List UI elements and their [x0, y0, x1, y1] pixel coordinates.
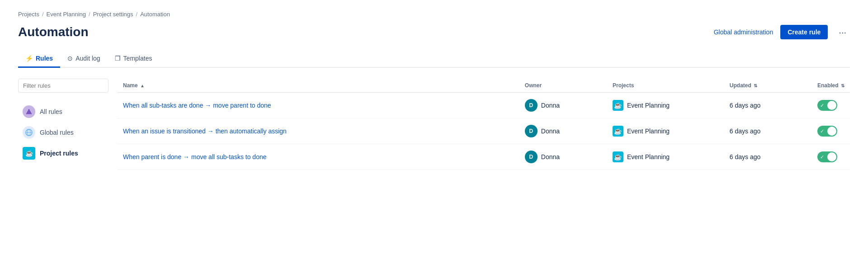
sidebar-all-rules-label: All rules — [40, 108, 62, 115]
toggle-check-icon-0: ✓ — [820, 103, 824, 109]
sidebar-item-project-rules[interactable]: ☕ Project rules — [18, 143, 108, 163]
cell-projects-1: ☕ Event Planning — [607, 118, 724, 144]
rule-name-link-2[interactable]: When parent is done → move all sub-tasks… — [123, 153, 267, 161]
cell-enabled-1: ✓ — [812, 118, 850, 144]
breadcrumb-sep-2: / — [89, 11, 90, 18]
updated-sort-icon: ⇅ — [754, 83, 757, 88]
project-name-1: Event Planning — [627, 128, 670, 135]
owner-name-2: Donna — [541, 153, 560, 161]
more-options-icon: ··· — [839, 27, 846, 38]
sidebar-global-rules-label: Global rules — [40, 129, 74, 136]
all-rules-icon — [23, 105, 35, 118]
templates-icon: ❐ — [115, 55, 121, 62]
cell-projects-0: ☕ Event Planning — [607, 93, 724, 118]
filter-input-wrapper — [18, 79, 108, 93]
table-row: When an issue is transitioned → then aut… — [118, 118, 850, 144]
create-rule-button[interactable]: Create rule — [780, 25, 828, 39]
breadcrumb-automation: Automation — [140, 11, 170, 18]
sidebar-project-rules-label: Project rules — [40, 150, 78, 157]
rules-table: Name ▲ Owner Projects Updated ⇅ — [118, 79, 850, 170]
project-name-2: Event Planning — [627, 153, 670, 161]
cell-projects-2: ☕ Event Planning — [607, 144, 724, 170]
project-name-0: Event Planning — [627, 102, 670, 109]
more-options-button[interactable]: ··· — [835, 25, 850, 39]
toggle-knob-1 — [827, 127, 836, 136]
owner-avatar-1: D — [525, 125, 538, 137]
cell-owner-1: D Donna — [519, 118, 607, 144]
project-icon-0: ☕ — [613, 100, 623, 111]
table-row: When parent is done → move all sub-tasks… — [118, 144, 850, 170]
header-actions: Global administration Create rule ··· — [714, 25, 850, 39]
table-row: When all sub-tasks are done → move paren… — [118, 93, 850, 118]
table-area: Name ▲ Owner Projects Updated ⇅ — [118, 79, 850, 170]
toggle-knob-2 — [827, 152, 836, 161]
owner-avatar-2: D — [525, 151, 538, 163]
breadcrumb-event-planning[interactable]: Event Planning — [47, 11, 86, 18]
breadcrumb-sep-3: / — [136, 11, 138, 18]
global-administration-link[interactable]: Global administration — [714, 28, 774, 36]
tab-templates[interactable]: ❐ Templates — [108, 50, 160, 68]
project-icon-1: ☕ — [613, 126, 623, 137]
cell-rule-name-1: When an issue is transitioned → then aut… — [118, 118, 519, 144]
toggle-enabled-0[interactable]: ✓ — [817, 100, 837, 111]
tab-audit-log[interactable]: ⊙ Audit log — [60, 50, 107, 68]
cell-enabled-0: ✓ — [812, 93, 850, 118]
rule-name-link-0[interactable]: When all sub-tasks are done → move paren… — [123, 102, 271, 109]
cell-enabled-2: ✓ — [812, 144, 850, 170]
page-container: Projects / Event Planning / Project sett… — [0, 0, 868, 181]
col-header-enabled[interactable]: Enabled ⇅ — [812, 79, 850, 93]
global-rules-icon — [23, 126, 35, 139]
tabs-row: ⚡ Rules ⊙ Audit log ❐ Templates — [18, 50, 850, 68]
owner-avatar-0: D — [525, 99, 538, 112]
owner-name-0: Donna — [541, 102, 560, 109]
toggle-check-icon-1: ✓ — [820, 128, 824, 134]
breadcrumb-sep-1: / — [42, 11, 44, 18]
rule-name-link-1[interactable]: When an issue is transitioned → then aut… — [123, 128, 287, 135]
page-title: Automation — [18, 25, 89, 39]
tab-templates-label: Templates — [123, 55, 152, 62]
toggle-check-icon-2: ✓ — [820, 154, 824, 160]
enabled-sort-icon: ⇅ — [841, 83, 844, 88]
tab-rules-label: Rules — [36, 55, 53, 62]
col-header-updated[interactable]: Updated ⇅ — [724, 79, 812, 93]
audit-log-icon: ⊙ — [67, 55, 73, 62]
toggle-enabled-2[interactable]: ✓ — [817, 151, 837, 162]
cell-updated-0: 6 days ago — [724, 93, 812, 118]
svg-marker-0 — [26, 109, 32, 114]
col-header-name[interactable]: Name ▲ — [118, 79, 519, 93]
col-header-owner: Owner — [519, 79, 607, 93]
cell-updated-1: 6 days ago — [724, 118, 812, 144]
cell-rule-name-2: When parent is done → move all sub-tasks… — [118, 144, 519, 170]
header-row: Automation Global administration Create … — [18, 25, 850, 39]
name-sort-icon: ▲ — [140, 83, 145, 88]
project-rules-icon: ☕ — [23, 147, 35, 160]
cell-updated-2: 6 days ago — [724, 144, 812, 170]
toggle-enabled-1[interactable]: ✓ — [817, 126, 837, 137]
sidebar: All rules Global rules ☕ Project rules — [18, 79, 118, 170]
breadcrumb-project-settings[interactable]: Project settings — [93, 11, 133, 18]
table-body: When all sub-tasks are done → move paren… — [118, 93, 850, 170]
col-header-projects: Projects — [607, 79, 724, 93]
content-area: All rules Global rules ☕ Project rules — [18, 79, 850, 170]
owner-name-1: Donna — [541, 128, 560, 135]
tab-rules[interactable]: ⚡ Rules — [18, 50, 60, 68]
table-header: Name ▲ Owner Projects Updated ⇅ — [118, 79, 850, 93]
rules-icon: ⚡ — [25, 55, 33, 62]
cell-owner-0: D Donna — [519, 93, 607, 118]
filter-rules-input[interactable] — [18, 79, 108, 93]
cell-owner-2: D Donna — [519, 144, 607, 170]
breadcrumb-projects[interactable]: Projects — [18, 11, 39, 18]
tab-audit-log-label: Audit log — [75, 55, 100, 62]
sidebar-item-global-rules[interactable]: Global rules — [18, 123, 108, 142]
cell-rule-name-0: When all sub-tasks are done → move paren… — [118, 93, 519, 118]
breadcrumb: Projects / Event Planning / Project sett… — [18, 11, 850, 18]
toggle-knob-0 — [827, 101, 836, 110]
sidebar-item-all-rules[interactable]: All rules — [18, 102, 108, 122]
project-icon-2: ☕ — [613, 151, 623, 162]
